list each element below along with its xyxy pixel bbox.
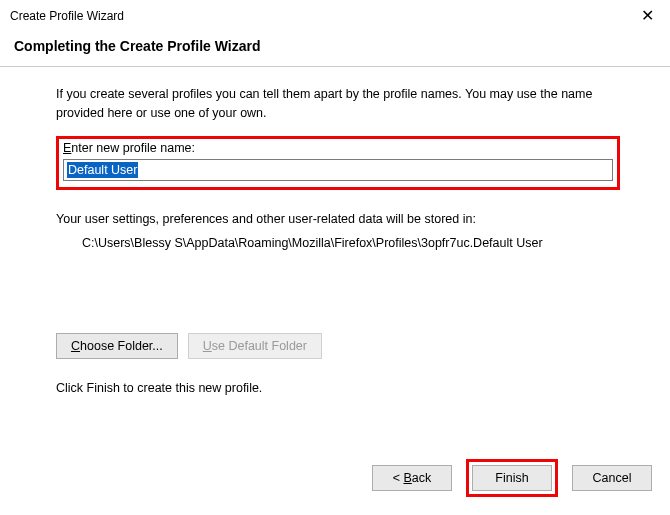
finish-highlight: Finish [466,459,558,497]
accel-b: B [403,471,411,485]
title-bar: Create Profile Wizard ✕ [0,0,670,30]
profile-name-highlight: Enter new profile name: Default User [56,136,620,190]
back-rest: ack [412,471,431,485]
accel-c: C [71,339,80,353]
storage-path: C:\Users\Blessy S\AppData\Roaming\Mozill… [82,234,620,253]
use-default-folder-button: Use Default Folder [188,333,322,359]
page-title: Completing the Create Profile Wizard [14,38,656,54]
finish-hint: Click Finish to create this new profile. [56,381,620,395]
profile-name-value: Default User [67,162,138,178]
finish-button[interactable]: Finish [472,465,552,491]
back-arrow: < [393,471,404,485]
wizard-footer: < Back Finish Cancel [372,459,652,497]
window-title: Create Profile Wizard [10,9,124,23]
folder-buttons-row: Choose Folder... Use Default Folder [56,333,620,359]
close-icon[interactable]: ✕ [635,6,660,26]
wizard-header: Completing the Create Profile Wizard [0,30,670,66]
profile-name-label: Enter new profile name: [63,141,613,155]
profile-name-input[interactable]: Default User [63,159,613,181]
cancel-button[interactable]: Cancel [572,465,652,491]
wizard-content: If you create several profiles you can t… [0,67,670,395]
choose-folder-button[interactable]: Choose Folder... [56,333,178,359]
prompt-rest: nter new profile name: [71,141,195,155]
storage-intro: Your user settings, preferences and othe… [56,212,620,226]
back-button[interactable]: < Back [372,465,452,491]
accel-u: U [203,339,212,353]
choose-folder-rest: hoose Folder... [80,339,163,353]
use-default-rest: se Default Folder [212,339,307,353]
intro-text: If you create several profiles you can t… [56,85,620,124]
